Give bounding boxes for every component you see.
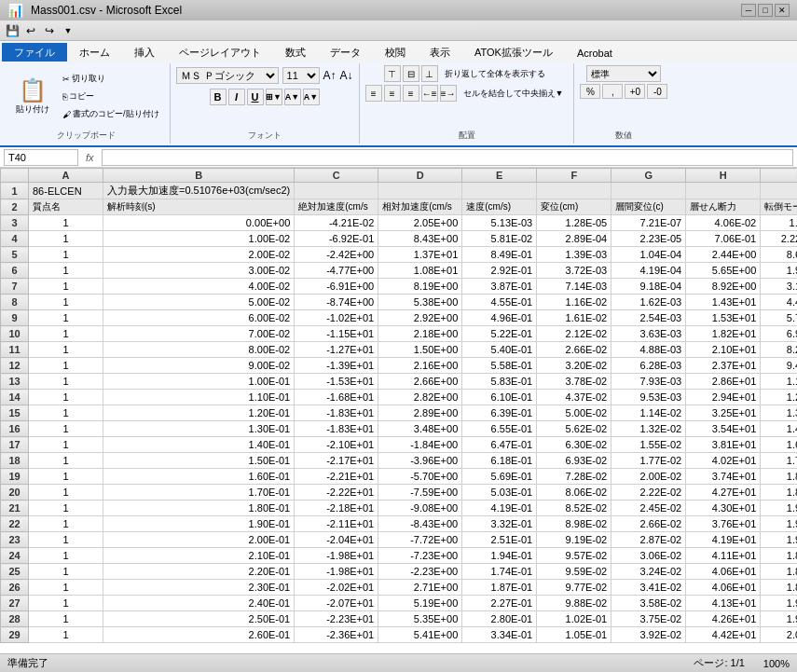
cell-A21[interactable]: 1 [29, 501, 103, 516]
cell-C19[interactable]: -2.21E+01 [295, 469, 378, 485]
cell-G1[interactable] [611, 183, 686, 199]
cell-I10[interactable]: 6.97E+01 [761, 326, 797, 342]
cell-B16[interactable]: 1.30E-01 [103, 421, 295, 437]
cell-I7[interactable]: 3.14E+01 [761, 279, 797, 295]
cell-I28[interactable]: 1.95E+02 [761, 611, 797, 627]
cell-I22[interactable]: 1.91E+02 [761, 516, 797, 532]
underline-button[interactable]: U [247, 89, 264, 105]
cell-F11[interactable]: 2.66E-02 [537, 342, 611, 358]
row-number-4[interactable]: 4 [1, 231, 29, 247]
cell-E17[interactable]: 6.47E-01 [462, 437, 537, 453]
cell-reference-input[interactable] [4, 149, 78, 166]
row-number-2[interactable]: 2 [1, 199, 29, 215]
cell-I23[interactable]: 1.90E+02 [761, 532, 797, 548]
cell-F12[interactable]: 3.20E-02 [537, 358, 611, 374]
paste-button[interactable]: 📋 貼り付け [9, 73, 56, 120]
cell-C4[interactable]: -6.92E-01 [295, 231, 378, 247]
row-number-17[interactable]: 17 [1, 437, 29, 453]
tab-home[interactable]: ホーム [67, 43, 122, 62]
cell-F4[interactable]: 2.89E-04 [537, 231, 611, 247]
bold-button[interactable]: B [210, 89, 227, 105]
row-number-25[interactable]: 25 [1, 564, 29, 580]
spreadsheet-container[interactable]: A B C D E F G H I J K 186-ELCEN入力最大加速度=0… [0, 168, 797, 672]
cell-C18[interactable]: -2.17E+01 [295, 453, 378, 469]
cell-A25[interactable]: 1 [29, 564, 103, 580]
cell-F3[interactable]: 1.28E-05 [537, 215, 611, 231]
cell-I16[interactable]: 1.48E+02 [761, 421, 797, 437]
cell-H1[interactable] [686, 183, 761, 199]
cell-C10[interactable]: -1.15E+01 [295, 326, 378, 342]
cell-D18[interactable]: -3.96E+00 [378, 453, 462, 469]
cell-B19[interactable]: 1.60E-01 [103, 469, 295, 485]
cell-E28[interactable]: 2.80E-01 [462, 611, 537, 627]
cell-G14[interactable]: 9.53E-03 [611, 390, 686, 405]
indent-inc-button[interactable]: ≡→ [440, 85, 457, 102]
cell-E29[interactable]: 3.34E-01 [462, 627, 537, 643]
cell-H28[interactable]: 4.26E+01 [686, 611, 761, 627]
cell-C6[interactable]: -4.77E+00 [295, 263, 378, 279]
row-number-12[interactable]: 12 [1, 358, 29, 374]
tab-review[interactable]: 校閲 [373, 43, 418, 62]
cell-I4[interactable]: 2.225E+00 [761, 231, 797, 247]
row-number-18[interactable]: 18 [1, 453, 29, 469]
cell-H22[interactable]: 3.76E+01 [686, 516, 761, 532]
align-center-button[interactable]: ≡ [384, 85, 401, 102]
cell-I21[interactable]: 1.90E+02 [761, 501, 797, 516]
cell-D10[interactable]: 2.18E+00 [378, 326, 462, 342]
cell-G11[interactable]: 4.88E-03 [611, 342, 686, 358]
cell-G27[interactable]: 3.58E-02 [611, 596, 686, 611]
cell-D22[interactable]: -8.43E+00 [378, 516, 462, 532]
cell-G10[interactable]: 3.63E-03 [611, 326, 686, 342]
cell-A13[interactable]: 1 [29, 374, 103, 390]
cell-A22[interactable]: 1 [29, 516, 103, 532]
cell-A29[interactable]: 1 [29, 627, 103, 643]
col-header-D[interactable]: D [378, 169, 462, 183]
cell-C5[interactable]: -2.42E+00 [295, 247, 378, 263]
row-number-19[interactable]: 19 [1, 469, 29, 485]
cell-D9[interactable]: 2.92E+00 [378, 310, 462, 326]
cell-G9[interactable]: 2.54E-03 [611, 310, 686, 326]
tab-atok[interactable]: ATOK拡張ツール [462, 43, 565, 62]
cell-H26[interactable]: 4.06E+01 [686, 580, 761, 596]
cell-E1[interactable] [462, 183, 537, 199]
cell-D25[interactable]: -2.23E+00 [378, 564, 462, 580]
cell-F1[interactable] [537, 183, 611, 199]
formula-input[interactable] [102, 149, 793, 166]
cell-H16[interactable]: 3.54E+01 [686, 421, 761, 437]
bottom-align-button[interactable]: ⊥ [421, 65, 438, 82]
cell-B13[interactable]: 1.00E-01 [103, 374, 295, 390]
cell-G19[interactable]: 2.00E-02 [611, 469, 686, 485]
cell-E7[interactable]: 3.87E-01 [462, 279, 537, 295]
cell-F7[interactable]: 7.14E-03 [537, 279, 611, 295]
cell-H13[interactable]: 2.86E+01 [686, 374, 761, 390]
tab-acrobat[interactable]: Acrobat [565, 43, 625, 62]
tab-file[interactable]: ファイル [2, 43, 67, 62]
cell-A5[interactable]: 1 [29, 247, 103, 263]
cell-D20[interactable]: -7.59E+00 [378, 485, 462, 501]
tab-view[interactable]: 表示 [418, 43, 462, 62]
cell-F9[interactable]: 1.61E-02 [537, 310, 611, 326]
row-number-5[interactable]: 5 [1, 247, 29, 263]
copy-button[interactable]: ⎘ コピー [58, 89, 164, 104]
cell-C25[interactable]: -1.98E+01 [295, 564, 378, 580]
align-left-button[interactable]: ≡ [365, 85, 382, 102]
cell-H20[interactable]: 4.27E+01 [686, 485, 761, 501]
cell-D16[interactable]: 3.48E+00 [378, 421, 462, 437]
cell-E3[interactable]: 5.13E-03 [462, 215, 537, 231]
cell-E23[interactable]: 2.51E-01 [462, 532, 537, 548]
cell-E25[interactable]: 1.74E-01 [462, 564, 537, 580]
row-number-21[interactable]: 21 [1, 501, 29, 516]
cell-F24[interactable]: 9.57E-02 [537, 548, 611, 564]
cell-G4[interactable]: 2.23E-05 [611, 231, 686, 247]
cell-I8[interactable]: 4.43E+01 [761, 295, 797, 310]
cell-H9[interactable]: 1.53E+01 [686, 310, 761, 326]
cell-D7[interactable]: 8.19E+00 [378, 279, 462, 295]
cell-B3[interactable]: 0.00E+00 [103, 215, 295, 231]
cell-F25[interactable]: 9.59E-02 [537, 564, 611, 580]
cell-B11[interactable]: 8.00E-02 [103, 342, 295, 358]
cell-F27[interactable]: 9.88E-02 [537, 596, 611, 611]
cell-D23[interactable]: -7.72E+00 [378, 532, 462, 548]
cell-A10[interactable]: 1 [29, 326, 103, 342]
cell-G28[interactable]: 3.75E-02 [611, 611, 686, 627]
cell-G6[interactable]: 4.19E-04 [611, 263, 686, 279]
